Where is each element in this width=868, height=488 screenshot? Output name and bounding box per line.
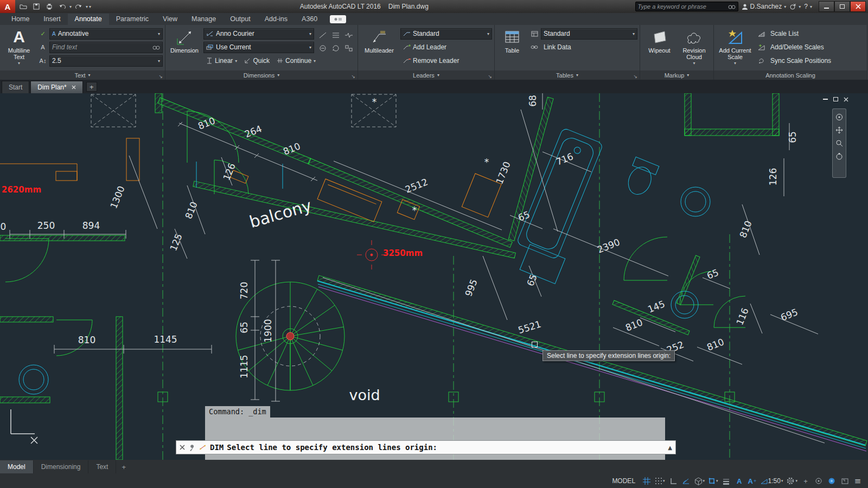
isolate-objects-icon[interactable] xyxy=(813,474,825,487)
orbit-icon[interactable] xyxy=(835,152,843,160)
binoculars-search-icon[interactable] xyxy=(728,4,736,10)
multileader-button[interactable]: Multileader xyxy=(360,27,398,70)
viewport-close-icon[interactable] xyxy=(844,97,848,102)
link-data-button[interactable]: Link Data xyxy=(541,43,574,52)
ribbon-tab-manage[interactable]: Manage xyxy=(184,14,223,25)
dim-layer-caret-icon[interactable]: ▾ xyxy=(309,45,311,50)
ribbon-tab-home[interactable]: Home xyxy=(4,14,36,25)
minimize-button[interactable] xyxy=(819,1,834,12)
zoom-icon[interactable] xyxy=(835,139,843,147)
text-dialog-launcher-icon[interactable]: ↘ xyxy=(158,74,163,79)
ribbon-tab-a360[interactable]: A360 xyxy=(295,14,324,25)
find-binoculars-icon[interactable] xyxy=(152,44,160,50)
panel-label-leaders[interactable]: Leaders ▾ ↘ xyxy=(358,70,494,80)
new-tab-button[interactable]: + xyxy=(86,82,97,92)
file-tab-dim-plan[interactable]: Dim Plan* xyxy=(30,81,82,93)
ribbon-tab-parametric[interactable]: Parametric xyxy=(109,14,156,25)
text-height-combo[interactable]: 2.5 ▾ xyxy=(49,55,163,67)
command-history-toggle-icon[interactable]: ▲ xyxy=(668,445,672,451)
signed-in-user[interactable]: D.Sanchez ▾ xyxy=(742,3,787,10)
ribbon-tab-output[interactable]: Output xyxy=(223,14,258,25)
add-leader-button[interactable]: Add Leader xyxy=(400,43,449,52)
dimension-button[interactable]: Dimension xyxy=(168,27,201,70)
linear-caret-icon[interactable]: ▾ xyxy=(235,59,237,63)
steering-wheel-icon[interactable] xyxy=(835,113,843,121)
dim-adjust-space-icon[interactable] xyxy=(329,29,342,42)
snap-icon[interactable]: ▾ xyxy=(654,474,666,487)
spell-check-icon[interactable]: ✓ xyxy=(38,30,48,37)
maximize-button[interactable] xyxy=(834,1,850,12)
revision-cloud-button[interactable]: Revision Cloud ▾ xyxy=(679,27,710,70)
clean-screen-icon[interactable] xyxy=(839,474,851,487)
ribbon-tab-add-ins[interactable]: Add-ins xyxy=(258,14,295,25)
screencast-icon[interactable] xyxy=(330,15,346,23)
command-customize-wrench-icon[interactable] xyxy=(188,444,195,451)
panel-label-annotation-scaling[interactable]: Annotation Scaling xyxy=(714,70,867,80)
qat-customize-caret-icon[interactable]: ▾ xyxy=(89,4,91,9)
text-style-caret-icon[interactable]: ▾ xyxy=(158,31,160,36)
close-button[interactable] xyxy=(850,1,866,12)
file-tab-start[interactable]: Start xyxy=(2,81,29,93)
help-menu[interactable]: ? ▾ xyxy=(804,3,812,10)
panel-label-markup[interactable]: Markup ▾ xyxy=(640,70,713,80)
text-style-combo[interactable]: A Annotative ▾ xyxy=(49,28,163,40)
pan-icon[interactable] xyxy=(835,126,843,134)
file-tab-close-icon[interactable] xyxy=(72,85,76,89)
quick-dimension-button[interactable]: Quick xyxy=(241,56,272,65)
add-current-scale-caret-icon[interactable]: ▾ xyxy=(734,60,736,67)
drawing-canvas[interactable]: 8102648101261300810125251217307166502508… xyxy=(0,93,868,460)
dimensions-dialog-launcher-icon[interactable]: ↘ xyxy=(351,74,355,79)
continue-caret-icon[interactable]: ▾ xyxy=(314,59,316,63)
add-current-scale-button[interactable]: Add Current Scale ▾ xyxy=(716,27,754,70)
panel-label-text[interactable]: Text ▾ ↘ xyxy=(0,70,165,80)
new-layout-button[interactable]: + xyxy=(116,463,131,471)
wipeout-button[interactable]: Wipeout xyxy=(644,27,675,70)
markup-panel-caret-icon[interactable]: ▾ xyxy=(687,73,689,78)
table-button[interactable]: Table xyxy=(497,27,527,70)
panel-label-tables[interactable]: Tables ▾ ↘ xyxy=(495,70,640,80)
undo-caret-icon[interactable]: ▾ xyxy=(69,4,72,9)
object-snap-icon[interactable]: ▾ xyxy=(707,474,719,487)
annotation-scale-button[interactable]: 1:50▾ xyxy=(760,474,784,487)
tables-panel-caret-icon[interactable]: ▾ xyxy=(576,73,578,78)
ortho-icon[interactable] xyxy=(667,474,679,487)
layout-tab-text[interactable]: Text xyxy=(88,460,116,473)
annotation-monitor-icon[interactable]: + xyxy=(800,474,812,487)
dimensions-panel-caret-icon[interactable]: ▾ xyxy=(277,73,279,78)
multiline-text-caret-icon[interactable]: ▾ xyxy=(18,60,20,67)
search-input[interactable]: Type a keyword or phrase xyxy=(635,2,738,11)
open-icon[interactable] xyxy=(17,1,29,12)
dimension-lines[interactable] xyxy=(10,93,825,443)
layout-tab-dimensioning[interactable]: Dimensioning xyxy=(34,460,89,473)
command-close-icon[interactable] xyxy=(180,445,185,450)
model-space-button[interactable]: MODEL xyxy=(608,474,640,487)
isodraft-icon[interactable]: ▾ xyxy=(693,474,706,487)
redo-caret-icon[interactable]: ▾ xyxy=(86,4,88,9)
ribbon-tab-insert[interactable]: Insert xyxy=(36,14,67,25)
leaders-dialog-launcher-icon[interactable]: ↘ xyxy=(488,74,492,79)
linear-dimension-button[interactable]: Linear ▾ xyxy=(203,56,240,65)
polar-tracking-icon[interactable] xyxy=(680,474,692,487)
annotation-visibility-icon[interactable]: A xyxy=(733,474,745,487)
viewport-restore-icon[interactable] xyxy=(833,97,838,101)
layout-tab-model[interactable]: Model xyxy=(0,460,34,473)
continue-dimension-button[interactable]: Continue ▾ xyxy=(274,56,318,65)
find-text-input[interactable]: Find text xyxy=(49,42,163,53)
communication-center[interactable]: ▾ xyxy=(789,3,801,10)
workspace-gear-icon[interactable]: ▾ xyxy=(785,474,799,487)
multileader-style-combo[interactable]: Standard ▾ xyxy=(400,28,492,40)
panel-label-dimensions[interactable]: Dimensions ▾ ↘ xyxy=(165,70,358,80)
annotation-autoscale-icon[interactable]: A+ xyxy=(746,474,758,487)
dim-update-icon[interactable] xyxy=(329,42,342,55)
user-caret-icon[interactable]: ▾ xyxy=(784,4,786,9)
dim-break-icon[interactable] xyxy=(316,29,329,42)
customization-menu-icon[interactable]: ≡ xyxy=(852,474,864,487)
dim-reassociate-icon[interactable] xyxy=(342,42,355,55)
multiline-text-button[interactable]: A Multiline Text ▾ xyxy=(2,27,36,70)
sync-scale-positions-button[interactable]: Sync Scale Positions xyxy=(768,56,834,65)
save-icon[interactable] xyxy=(30,1,42,12)
text-panel-caret-icon[interactable]: ▾ xyxy=(88,73,91,78)
dim-inspect-icon[interactable] xyxy=(316,42,329,55)
multileader-style-caret-icon[interactable]: ▾ xyxy=(487,31,489,36)
help-icon[interactable]: ? xyxy=(804,3,808,10)
